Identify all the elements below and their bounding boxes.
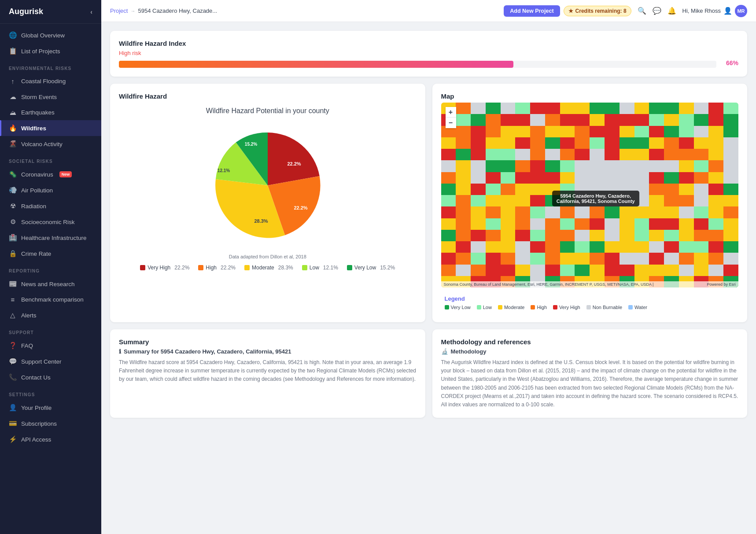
sidebar-item-label: Benchmark comparison [21,296,84,303]
map-cell [486,160,501,172]
sidebar-item-socioeconomic-risk[interactable]: ⚙ Socioeconomic Risk [0,214,101,230]
pie-legend: Very High 22.2% High 22.2% Moderate 28.3… [140,265,395,271]
sidebar-item-contact-us[interactable]: 📞 Contact Us [0,369,101,385]
section-reporting-label: REPORTING [0,261,101,276]
chat-icon[interactable]: 💬 [653,7,661,15]
map-cell [620,172,634,184]
map-cell [590,126,605,137]
sidebar-item-api-access[interactable]: ⚡ API Access [0,431,101,447]
map-cell [605,184,620,195]
pie-label-veryhigh: 22.2% [287,161,301,166]
legend-item-high: High 22.2% [198,265,236,271]
map-cell [723,230,738,241]
zoom-out-button[interactable]: − [446,118,456,128]
map-cell [708,137,723,149]
map-cell [649,172,664,184]
sidebar-item-list-of-projects[interactable]: 📋 List of Projects [0,43,101,59]
map-container[interactable]: + − 5954 Cazadero Hwy, Cazadero,Californ… [441,103,739,287]
map-cell [620,195,634,206]
bell-icon[interactable]: 🔔 [667,7,676,15]
sidebar-item-earthquakes[interactable]: ⛰ Earthquakes [0,105,101,120]
wildfire-hazard-title: Wildfire Hazard [119,92,417,100]
map-cell [590,218,605,230]
sidebar-item-air-pollution[interactable]: 💨 Air Pollution [0,182,101,198]
map-cell [515,218,530,230]
hazard-index-title: Wildfire Hazard Index [119,40,738,47]
map-cell [501,230,516,241]
sidebar-item-wildfires[interactable]: 🔥 Wildfires [0,120,101,136]
map-cell [649,265,664,276]
globe-icon: 🌐 [9,31,17,39]
map-cell [620,114,634,125]
methodology-text: The Augurisk Wildfire Hazard index is de… [441,358,739,409]
legend-dot-moderate [244,265,250,270]
map-cell [530,206,545,218]
section-settings-label: SETTINGS [0,385,101,400]
sidebar-item-global-overview[interactable]: 🌐 Global Overview [0,27,101,43]
map-cell [545,241,560,253]
map-cell [664,172,679,184]
sidebar-item-healthcare-infrastructure[interactable]: 🏥 Healthcare Infrastructure [0,230,101,246]
map-cell [575,114,590,125]
map-cell [694,103,709,114]
sidebar-item-volcano-activity[interactable]: 🌋 Volcano Activity [0,136,101,152]
map-cell [486,265,501,276]
user-info[interactable]: Hi, Mike Rhoss 👤 MR [682,5,747,17]
map-cell [441,137,456,149]
sidebar-item-subscriptions[interactable]: 💳 Subscriptions [0,416,101,431]
sidebar-item-crime-rate[interactable]: 🔒 Crime Rate [0,246,101,261]
map-cell [575,265,590,276]
breadcrumb-project[interactable]: Project [110,7,128,14]
search-icon[interactable]: 🔍 [638,7,646,15]
sidebar-item-label: Volcano Activity [21,141,63,147]
sidebar-item-radiation[interactable]: ☢ Radiation [0,198,101,214]
map-cell [708,126,723,137]
sidebar-item-coastal-flooding[interactable]: ↑ Coastal Flooding [0,74,101,89]
pie-chart-title: Wildfire Hazard Potential in your county [206,107,329,115]
map-cell [634,206,649,218]
map-cell [486,103,501,114]
map-cell [456,253,471,264]
map-cell [679,172,694,184]
map-cell [515,241,530,253]
sidebar-item-benchmark-comparison[interactable]: ≡ Benchmark comparison [0,292,101,307]
map-cell [560,195,575,206]
map-cell [679,126,694,137]
map-cell [723,265,738,276]
map-cell [708,230,723,241]
map-cell [501,253,516,264]
sidebar-item-faq[interactable]: ❓ FAQ [0,338,101,354]
map-cell [679,230,694,241]
sidebar-item-support-center[interactable]: 💬 Support Center [0,354,101,369]
map-cell [441,184,456,195]
map-cell [649,114,664,125]
add-project-button[interactable]: Add New Project [504,5,560,17]
map-cell [649,184,664,195]
map-legend-label-water: Water [634,305,647,310]
sidebar-item-label: Contact Us [21,374,51,381]
info-icon: ℹ [119,348,121,355]
map-cell [545,160,560,172]
map-cell [679,149,694,160]
credits-label: Credits remaining: 8 [575,8,627,14]
sidebar-item-news-research[interactable]: 📰 News and Research [0,276,101,292]
map-cell [575,126,590,137]
summary-subtitle-text: Summary for 5954 Cazadero Hwy, Cazadero,… [124,348,291,355]
sidebar-item-label: Your Profile [21,405,52,411]
map-cell [694,114,709,125]
sidebar-item-coronavirus[interactable]: 🦠 Coronavirus New [0,166,101,182]
zoom-in-button[interactable]: + [446,107,456,118]
sidebar-item-storm-events[interactable]: ☁ Storm Events [0,89,101,105]
sidebar-item-alerts[interactable]: △ Alerts [0,307,101,323]
map-cell [471,126,486,137]
map-cell [545,114,560,125]
map-cell [664,160,679,172]
map-legend-dot-moderate [498,305,502,309]
collapse-icon[interactable]: ‹ [90,8,92,15]
map-cell [664,103,679,114]
map-cell [471,103,486,114]
map-cell [708,103,723,114]
map-cell [664,184,679,195]
sidebar-item-your-profile[interactable]: 👤 Your Profile [0,400,101,416]
map-cell [694,160,709,172]
